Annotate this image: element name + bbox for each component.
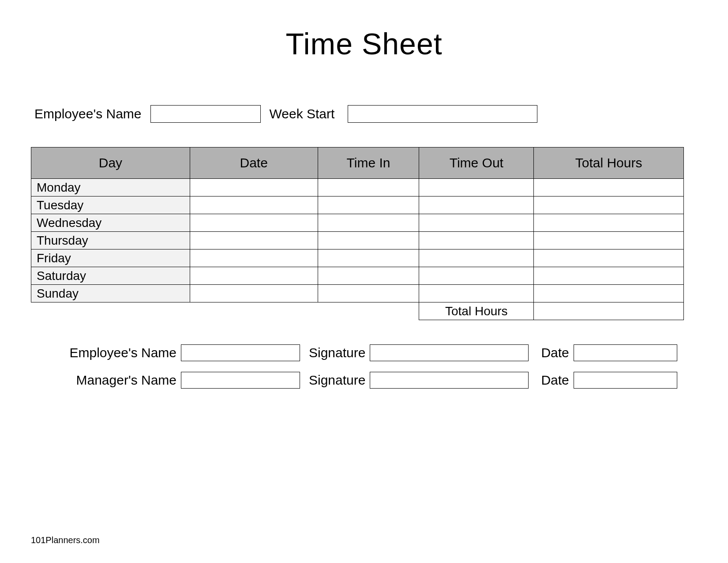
header-time-out: Time Out <box>419 147 534 179</box>
cell-time-in[interactable] <box>318 249 419 267</box>
table-row: Wednesday <box>31 214 684 232</box>
cell-total[interactable] <box>534 214 684 232</box>
table-row: Friday <box>31 249 684 267</box>
table-row: Monday <box>31 179 684 196</box>
table-row: Tuesday <box>31 196 684 214</box>
cell-time-out[interactable] <box>419 179 534 196</box>
employee-name-input[interactable] <box>150 105 261 123</box>
cell-total[interactable] <box>534 232 684 249</box>
cell-time-out[interactable] <box>419 249 534 267</box>
cell-time-in[interactable] <box>318 179 419 196</box>
table-header-row: Day Date Time In Time Out Total Hours <box>31 147 684 179</box>
cell-day: Saturday <box>31 267 190 285</box>
cell-date[interactable] <box>190 196 318 214</box>
cell-time-out[interactable] <box>419 214 534 232</box>
manager-signature-label: Signature <box>309 373 365 388</box>
employee-signature-input[interactable] <box>370 344 529 361</box>
cell-date[interactable] <box>190 249 318 267</box>
manager-name-input[interactable] <box>181 372 300 389</box>
header-day: Day <box>31 147 190 179</box>
spacer-cell <box>318 302 419 320</box>
table-row: Sunday <box>31 285 684 302</box>
spacer-cell <box>31 302 190 320</box>
cell-total[interactable] <box>534 249 684 267</box>
cell-time-out[interactable] <box>419 232 534 249</box>
footer-brand: 101Planners.com <box>31 535 100 545</box>
cell-total[interactable] <box>534 285 684 302</box>
table-row: Thursday <box>31 232 684 249</box>
page-title: Time Sheet <box>31 26 697 61</box>
cell-day: Thursday <box>31 232 190 249</box>
cell-total[interactable] <box>534 196 684 214</box>
manager-date-label: Date <box>541 373 569 388</box>
table-footer-row: Total Hours <box>31 302 684 320</box>
cell-date[interactable] <box>190 285 318 302</box>
cell-day: Sunday <box>31 285 190 302</box>
table-row: Saturday <box>31 267 684 285</box>
cell-time-out[interactable] <box>419 267 534 285</box>
cell-date[interactable] <box>190 267 318 285</box>
cell-day: Wednesday <box>31 214 190 232</box>
employee-name-label: Employee's Name <box>34 106 142 121</box>
header-fields: Employee's Name Week Start <box>31 105 697 123</box>
employee-name-input[interactable] <box>181 344 300 361</box>
employee-name-label: Employee's Name <box>44 345 176 360</box>
employee-signoff-row: Employee's Name Signature Date <box>44 344 697 361</box>
employee-signature-label: Signature <box>309 345 365 360</box>
header-total-hours: Total Hours <box>534 147 684 179</box>
cell-time-out[interactable] <box>419 196 534 214</box>
cell-time-out[interactable] <box>419 285 534 302</box>
cell-time-in[interactable] <box>318 196 419 214</box>
cell-time-in[interactable] <box>318 285 419 302</box>
cell-day: Tuesday <box>31 196 190 214</box>
cell-date[interactable] <box>190 179 318 196</box>
cell-date[interactable] <box>190 214 318 232</box>
cell-time-in[interactable] <box>318 232 419 249</box>
timesheet-table: Day Date Time In Time Out Total Hours Mo… <box>31 147 684 320</box>
cell-time-in[interactable] <box>318 214 419 232</box>
total-hours-label: Total Hours <box>419 302 534 320</box>
cell-day: Friday <box>31 249 190 267</box>
cell-total[interactable] <box>534 267 684 285</box>
cell-date[interactable] <box>190 232 318 249</box>
manager-signoff-row: Manager's Name Signature Date <box>44 372 697 389</box>
employee-date-label: Date <box>541 345 569 360</box>
week-start-label: Week Start <box>270 106 335 121</box>
manager-name-label: Manager's Name <box>44 373 176 388</box>
header-date: Date <box>190 147 318 179</box>
week-start-input[interactable] <box>348 105 537 123</box>
spacer-cell <box>190 302 318 320</box>
manager-date-input[interactable] <box>574 372 677 389</box>
cell-total[interactable] <box>534 179 684 196</box>
total-hours-value[interactable] <box>534 302 684 320</box>
employee-date-input[interactable] <box>574 344 677 361</box>
header-time-in: Time In <box>318 147 419 179</box>
manager-signature-input[interactable] <box>370 372 529 389</box>
cell-day: Monday <box>31 179 190 196</box>
cell-time-in[interactable] <box>318 267 419 285</box>
signoff-section: Employee's Name Signature Date Manager's… <box>31 344 697 389</box>
